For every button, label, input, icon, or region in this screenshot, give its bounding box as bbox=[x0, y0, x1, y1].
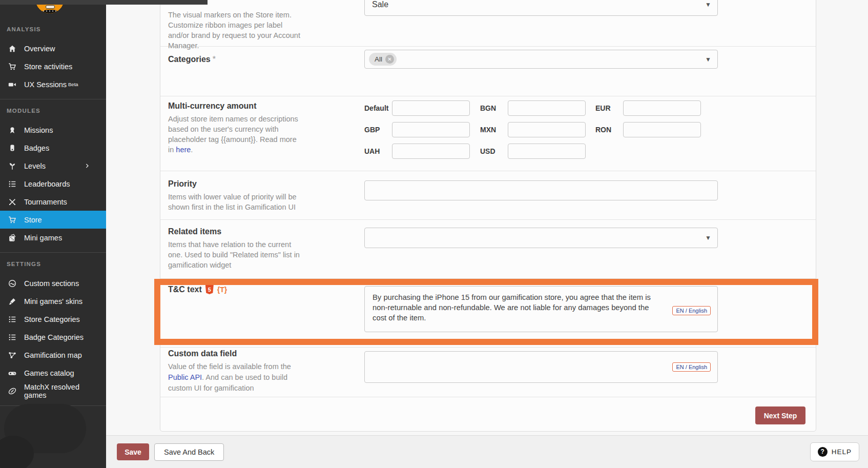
numbered-list-icon bbox=[8, 333, 17, 342]
chevron-right-icon bbox=[82, 162, 92, 169]
sidebar-header-settings: SETTINGS bbox=[7, 261, 106, 267]
currency-label-eur: EUR bbox=[595, 104, 623, 112]
numbered-list-icon bbox=[8, 179, 17, 189]
custom-data-label: Custom data field bbox=[168, 349, 306, 358]
priority-label: Priority bbox=[168, 179, 306, 189]
main-content: Ribbon The visual markers on the Store i… bbox=[106, 0, 868, 435]
save-and-back-button[interactable]: Save And Back bbox=[154, 443, 224, 461]
help-button[interactable]: ? HELP bbox=[810, 442, 859, 461]
required-asterisk: * bbox=[213, 55, 216, 64]
remove-chip-icon[interactable]: ✕ bbox=[385, 55, 394, 64]
medal-icon bbox=[8, 126, 17, 135]
currency-input-ron[interactable] bbox=[623, 122, 701, 137]
form-row-ribbon: Ribbon The visual markers on the Store i… bbox=[160, 0, 816, 47]
sidebar-item-games-catalog[interactable]: Games catalog bbox=[0, 364, 106, 382]
sidebar-section-modules: MODULES Missions Badges Levels Leaderboa… bbox=[0, 108, 106, 253]
read-more-link[interactable]: here bbox=[176, 146, 191, 154]
form-row-priority: Priority Items with lower value of prior… bbox=[160, 171, 816, 220]
chevron-down-icon: ▼ bbox=[705, 1, 711, 8]
ribbon-select[interactable]: Sale ▼ bbox=[364, 0, 718, 16]
sidebar-item-matchx-resolved-games[interactable]: MatchX resolved games bbox=[0, 382, 106, 400]
chevron-down-icon: ▼ bbox=[705, 234, 711, 241]
currency-input-usd[interactable] bbox=[508, 144, 586, 159]
sidebar-item-mini-games[interactable]: Mini games bbox=[0, 229, 106, 247]
sidebar-item-missions[interactable]: Missions bbox=[0, 121, 106, 139]
currency-label-usd: USD bbox=[480, 147, 508, 155]
sidebar-section-settings: SETTINGS Custom sections Mini games' ski… bbox=[0, 261, 106, 406]
sidebar: ANALYSIS Overview Store activities UX Se… bbox=[0, 0, 106, 468]
sidebar-item-store[interactable]: Store bbox=[0, 211, 106, 229]
language-badge[interactable]: EN / English bbox=[672, 306, 711, 315]
chevron-down-icon: ▼ bbox=[705, 56, 711, 63]
sidebar-item-badges[interactable]: Badges bbox=[0, 139, 106, 157]
sidebar-item-levels[interactable]: Levels bbox=[0, 157, 106, 175]
cart-icon bbox=[8, 62, 17, 71]
numbered-list-icon bbox=[8, 315, 17, 324]
currency-input-eur[interactable] bbox=[623, 100, 701, 116]
ball-icon bbox=[8, 386, 17, 396]
currency-input-bgn[interactable] bbox=[508, 100, 586, 116]
form-row-categories: Categories* All ✕ ▼ bbox=[160, 47, 816, 96]
sidebar-item-tournaments[interactable]: Tournaments bbox=[0, 193, 106, 211]
ribbon-selected-value: Sale bbox=[372, 0, 388, 9]
currency-label-bgn: BGN bbox=[480, 104, 508, 112]
html5-icon[interactable]: 5 bbox=[205, 285, 214, 294]
currency-input-mxn[interactable] bbox=[508, 122, 586, 137]
priority-description: Items with lower value of priority will … bbox=[168, 192, 300, 212]
currency-label-mxn: MXN bbox=[480, 126, 508, 134]
form-row-related-items: Related items Items that have relation t… bbox=[160, 220, 816, 279]
related-items-label: Related items bbox=[168, 227, 306, 236]
sidebar-divider bbox=[0, 99, 106, 99]
dice-icon bbox=[8, 233, 17, 242]
language-badge[interactable]: EN / English bbox=[672, 362, 711, 372]
sidebar-divider bbox=[0, 252, 106, 253]
sidebar-item-gamification-map[interactable]: Gamification map bbox=[0, 346, 106, 364]
footer-action-bar: Save Save And Back ? HELP bbox=[106, 435, 868, 468]
swords-icon bbox=[8, 197, 17, 207]
currency-input-default[interactable] bbox=[392, 100, 470, 116]
custom-data-description: Value of the field is available from the… bbox=[168, 361, 300, 394]
home-icon bbox=[8, 44, 17, 53]
currency-label-uah: UAH bbox=[364, 147, 392, 155]
sidebar-item-leaderboards[interactable]: Leaderboards bbox=[0, 175, 106, 193]
store-item-form-card: Ribbon The visual markers on the Store i… bbox=[160, 0, 816, 432]
categories-label: Categories* bbox=[168, 55, 306, 64]
tc-text-label: T&C text 5 {T} bbox=[168, 285, 306, 294]
cart-icon bbox=[8, 215, 17, 225]
currency-label-default: Default bbox=[364, 104, 392, 112]
related-items-select[interactable]: ▼ bbox=[364, 228, 718, 248]
multi-currency-description: Adjust store item names or descriptions … bbox=[168, 114, 300, 155]
sidebar-item-overview[interactable]: Overview bbox=[0, 39, 106, 57]
sidebar-item-badge-categories[interactable]: Badge Categories bbox=[0, 328, 106, 346]
sidebar-item-store-categories[interactable]: Store Categories bbox=[0, 310, 106, 328]
translate-icon[interactable]: {T} bbox=[217, 286, 227, 294]
categories-multiselect[interactable]: All ✕ ▼ bbox=[364, 50, 718, 69]
tc-text-textarea[interactable]: By purchasing the iPhone 15 from our gam… bbox=[364, 286, 718, 332]
next-step-button[interactable]: Next Step bbox=[755, 406, 805, 424]
public-api-link[interactable]: Public API bbox=[168, 373, 202, 381]
sidebar-section-analysis: ANALYSIS Overview Store activities UX Se… bbox=[0, 26, 106, 99]
currency-label-ron: RON bbox=[595, 126, 623, 134]
badge-icon bbox=[8, 144, 17, 153]
save-button[interactable]: Save bbox=[117, 443, 149, 460]
custom-data-input[interactable]: EN / English bbox=[364, 351, 718, 383]
multi-currency-label: Multi-currency amount bbox=[168, 101, 306, 111]
map-nodes-icon bbox=[8, 351, 17, 360]
currency-label-gbp: GBP bbox=[364, 126, 392, 134]
related-items-description: Items that have relation to the current … bbox=[168, 239, 300, 270]
brush-icon bbox=[8, 297, 17, 306]
category-chip-all: All ✕ bbox=[369, 53, 397, 66]
currency-input-uah[interactable] bbox=[392, 144, 470, 159]
ribbon-description: The visual markers on the Store item. Cu… bbox=[168, 10, 300, 51]
sections-icon bbox=[8, 279, 17, 288]
currency-input-gbp[interactable] bbox=[392, 122, 470, 137]
sidebar-item-store-activities[interactable]: Store activities bbox=[0, 57, 106, 75]
store-item-edit-page: ANALYSIS Overview Store activities UX Se… bbox=[0, 0, 868, 468]
priority-input[interactable] bbox=[364, 180, 718, 200]
sidebar-header-analysis: ANALYSIS bbox=[7, 26, 106, 32]
sidebar-item-mini-games-skins[interactable]: Mini games' skins bbox=[0, 292, 106, 310]
question-mark-icon: ? bbox=[818, 447, 828, 457]
sidebar-item-ux-sessions[interactable]: UX Sessions Beta bbox=[0, 75, 106, 93]
form-row-custom-data-field: Custom data field Value of the field is … bbox=[160, 348, 816, 397]
sidebar-item-custom-sections[interactable]: Custom sections bbox=[0, 274, 106, 292]
